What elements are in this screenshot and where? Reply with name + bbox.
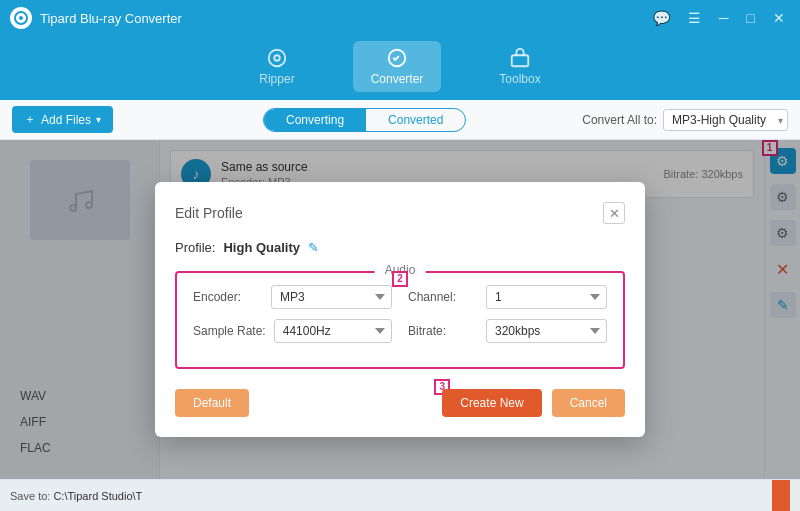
save-to-label: Save to:	[10, 490, 50, 502]
nav-label-toolbox: Toolbox	[499, 72, 540, 86]
convert-button[interactable]	[772, 480, 790, 512]
profile-edit-icon[interactable]: ✎	[308, 240, 319, 255]
modal-title: Edit Profile	[175, 205, 243, 221]
modal-overlay: Edit Profile ✕ Profile: High Quality ✎ 2…	[0, 140, 800, 479]
svg-point-2	[269, 49, 286, 66]
profile-value: High Quality	[223, 240, 300, 255]
encoder-label: Encoder:	[193, 290, 263, 304]
channel-group: Channel: 1	[408, 285, 607, 309]
app-logo	[10, 7, 32, 29]
close-button[interactable]: ✕	[768, 8, 790, 28]
nav-label-ripper: Ripper	[259, 72, 294, 86]
bitrate-select[interactable]: 320kbps	[486, 319, 607, 343]
profile-label: Profile:	[175, 240, 215, 255]
bottom-bar: Save to: C:\Tipard Studio\T	[0, 479, 800, 511]
sample-rate-group: Sample Rate: 44100Hz	[193, 319, 392, 343]
form-row-2: Sample Rate: 44100Hz Bitrate: 320kbps	[193, 319, 607, 343]
encoder-group: Encoder: MP3	[193, 285, 392, 309]
encoder-select[interactable]: MP3	[271, 285, 392, 309]
tab-converted[interactable]: Converted	[366, 109, 465, 131]
svg-point-1	[19, 16, 23, 20]
bitrate-label: Bitrate:	[408, 324, 478, 338]
minimize-button[interactable]: ─	[714, 8, 734, 28]
maximize-button[interactable]: □	[742, 8, 760, 28]
channel-select[interactable]: 1	[486, 285, 607, 309]
channel-label: Channel:	[408, 290, 478, 304]
main-content: WAV AIFF FLAC ♪ Same as source Encoder: …	[0, 140, 800, 479]
svg-rect-5	[512, 55, 529, 66]
nav-bar: Ripper Converter Toolbox	[0, 36, 800, 100]
default-button[interactable]: Default	[175, 389, 249, 417]
tab-group: Converting Converted	[263, 108, 466, 132]
sample-rate-select[interactable]: 44100Hz	[274, 319, 392, 343]
form-row-1: Encoder: MP3 Channel: 1	[193, 285, 607, 309]
sample-rate-label: Sample Rate:	[193, 324, 266, 338]
app-title: Tipard Blu-ray Converter	[40, 11, 648, 26]
tab-converting[interactable]: Converting	[264, 109, 366, 131]
nav-item-ripper[interactable]: Ripper	[241, 41, 312, 92]
chat-icon[interactable]: 💬	[648, 8, 675, 28]
toolbar: ＋ Add Files ▾ Converting Converted Conve…	[0, 100, 800, 140]
svg-point-3	[274, 55, 280, 61]
title-bar: Tipard Blu-ray Converter 💬 ☰ ─ □ ✕	[0, 0, 800, 36]
create-new-wrapper: 3 Create New	[442, 389, 541, 417]
edit-profile-modal: Edit Profile ✕ Profile: High Quality ✎ 2…	[155, 182, 645, 437]
bitrate-group: Bitrate: 320kbps	[408, 319, 607, 343]
menu-icon[interactable]: ☰	[683, 8, 706, 28]
modal-profile-row: Profile: High Quality ✎	[175, 240, 625, 255]
convert-all-wrapper: MP3-High Quality	[663, 109, 788, 131]
modal-close-button[interactable]: ✕	[603, 202, 625, 224]
cancel-button[interactable]: Cancel	[552, 389, 625, 417]
modal-footer: Default 3 Create New Cancel	[175, 389, 625, 417]
nav-item-converter[interactable]: Converter	[353, 41, 442, 92]
nav-item-toolbox[interactable]: Toolbox	[481, 41, 558, 92]
badge-2: 2	[392, 271, 408, 287]
plus-icon: ＋	[24, 111, 36, 128]
window-controls: 💬 ☰ ─ □ ✕	[648, 8, 790, 28]
convert-all-select[interactable]: MP3-High Quality	[663, 109, 788, 131]
convert-all-label: Convert All to:	[582, 113, 657, 127]
nav-label-converter: Converter	[371, 72, 424, 86]
dropdown-arrow-icon: ▾	[96, 114, 101, 125]
save-path: C:\Tipard Studio\T	[53, 490, 142, 502]
convert-all-section: Convert All to: MP3-High Quality	[582, 109, 788, 131]
add-files-button[interactable]: ＋ Add Files ▾	[12, 106, 113, 133]
add-files-label: Add Files	[41, 113, 91, 127]
modal-header: Edit Profile ✕	[175, 202, 625, 224]
create-new-button[interactable]: Create New	[442, 389, 541, 417]
